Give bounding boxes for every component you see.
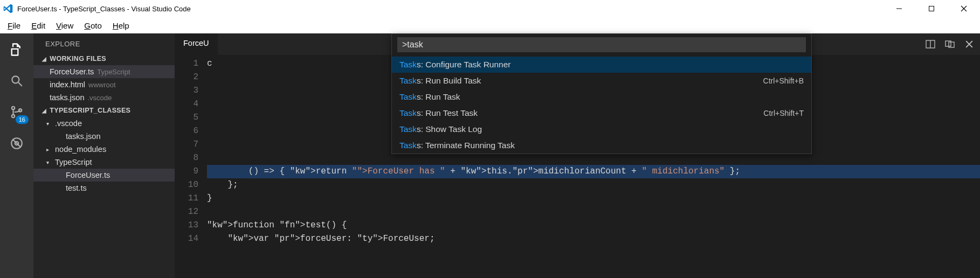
line-number: 6 [175,124,198,138]
line-number: 9 [175,165,198,178]
command-label: s: Run Test Task [417,108,478,118]
command-palette-item[interactable]: Tasks: Terminate Running Task [392,137,811,154]
tree-item[interactable]: ▾TypeScript [33,156,175,169]
svg-point-5 [12,115,15,117]
code-line[interactable]: } [207,192,980,205]
menu-view[interactable]: View [52,19,78,32]
minimize-button[interactable] [883,0,915,17]
command-palette-results: Tasks: Configure Task RunnerTasks: Run B… [392,57,811,154]
file-path: wwwroot [88,81,116,89]
command-label: s: Terminate Running Task [417,141,515,150]
match-text: Task [399,108,417,118]
command-label: s: Configure Task Runner [417,60,511,70]
line-gutter: 1234567891011121314 [175,57,207,278]
line-number: 5 [175,111,198,124]
tree-item[interactable]: test.ts [33,182,175,194]
explorer-icon[interactable] [7,40,26,59]
svg-line-8 [12,139,20,147]
command-label: s: Run Build Task [417,76,481,86]
project-label: TYPESCRIPT_CLASSES [50,107,130,114]
working-file-item[interactable]: ForceUser.tsTypeScript [33,65,175,78]
titlebar: ForceUser.ts - TypeScript_Classes - Visu… [0,0,980,17]
menu-help[interactable]: Help [108,19,134,32]
main-area: 16 EXPLORE ◢ WORKING FILES ForceUser.tsT… [0,33,980,278]
git-badge: 16 [16,115,29,124]
line-number: 7 [175,138,198,151]
match-text: Task [399,141,417,150]
close-button[interactable] [948,0,980,17]
command-palette: Tasks: Configure Task RunnerTasks: Run B… [391,33,812,154]
command-palette-item[interactable]: Tasks: Show Task Log [392,121,811,137]
menu-edit[interactable]: Edit [27,19,50,32]
working-files-label: WORKING FILES [50,55,106,62]
tree-item-label: node_modules [55,145,106,154]
code-line[interactable]: () => { "kw">return "">ForceUser has " +… [207,165,980,178]
keybinding: Ctrl+Shift+T [763,109,804,117]
vscode-logo-icon [3,4,13,13]
code-line[interactable]: "kw">function "fn">test() { [207,219,980,232]
tree-item[interactable]: ForceUser.ts [33,169,175,182]
command-palette-item[interactable]: Tasks: Run Test TaskCtrl+Shift+T [392,105,811,121]
activity-bar: 16 [0,33,33,278]
tree-item-label: ForceUser.ts [66,171,110,179]
tree-item[interactable]: ▸node_modules [33,143,175,156]
line-number: 12 [175,205,198,219]
match-text: Task [399,92,417,102]
svg-rect-0 [896,9,902,9]
explorer-title: EXPLORE [33,33,175,52]
code-line[interactable]: "kw">var "pr">forceUser: "ty">ForceUser; [207,232,980,246]
tree-item-label: TypeScript [55,158,92,166]
menubar: File Edit View Goto Help [0,17,980,33]
working-file-item[interactable]: tasks.json.vscode [33,91,175,104]
chevron-right-icon: ▸ [46,147,52,152]
project-header[interactable]: ◢ TYPESCRIPT_CLASSES [33,104,175,117]
editor-tab[interactable]: ForceU [175,33,218,55]
chevron-down-icon: ▾ [46,121,52,127]
line-number: 3 [175,84,198,98]
chevron-down-icon: ▾ [46,159,52,165]
editor-actions [925,33,980,55]
match-text: Task [399,124,417,134]
command-palette-item[interactable]: Tasks: Run Build TaskCtrl+Shift+B [392,73,811,89]
svg-line-3 [18,82,22,86]
working-files-header[interactable]: ◢ WORKING FILES [33,52,175,65]
line-number: 1 [175,57,198,71]
maximize-button[interactable] [915,0,948,17]
working-files-list: ForceUser.tsTypeScriptindex.htmlwwwroott… [33,65,175,104]
code-line[interactable]: }; [207,178,980,192]
window-title: ForceUser.ts - TypeScript_Classes - Visu… [17,5,191,13]
command-palette-input[interactable] [397,37,806,52]
compare-icon[interactable] [944,39,955,50]
search-icon[interactable] [7,71,26,91]
line-number: 13 [175,219,198,232]
close-editor-icon[interactable] [964,39,975,50]
file-name: index.html [50,80,85,89]
command-label: s: Run Task [417,92,460,102]
command-palette-item[interactable]: Tasks: Run Task [392,89,811,105]
tree-item[interactable]: tasks.json [33,130,175,143]
code-line[interactable] [207,205,980,219]
split-editor-icon[interactable] [925,39,936,50]
svg-point-2 [12,76,19,83]
source-control-icon[interactable]: 16 [7,102,26,122]
file-path: .vscode [87,94,112,102]
debug-icon[interactable] [7,134,26,153]
menu-file[interactable]: File [3,19,25,32]
line-number: 4 [175,98,198,111]
line-number: 10 [175,178,198,192]
chevron-down-icon: ◢ [42,108,46,114]
file-name: ForceUser.ts [50,67,94,76]
match-text: Task [399,76,417,86]
tree-item-label: test.ts [66,184,87,192]
window-controls [883,0,980,17]
menu-goto[interactable]: Goto [80,19,106,32]
command-palette-item[interactable]: Tasks: Configure Task Runner [392,57,811,73]
tree-item-label: .vscode [55,119,82,128]
line-number: 8 [175,151,198,165]
working-file-item[interactable]: index.htmlwwwroot [33,78,175,91]
tree-item[interactable]: ▾.vscode [33,117,175,130]
tree-item-label: tasks.json [66,132,100,141]
explorer-sidebar: EXPLORE ◢ WORKING FILES ForceUser.tsType… [33,33,175,278]
keybinding: Ctrl+Shift+B [763,77,804,85]
command-label: s: Show Task Log [417,124,482,134]
